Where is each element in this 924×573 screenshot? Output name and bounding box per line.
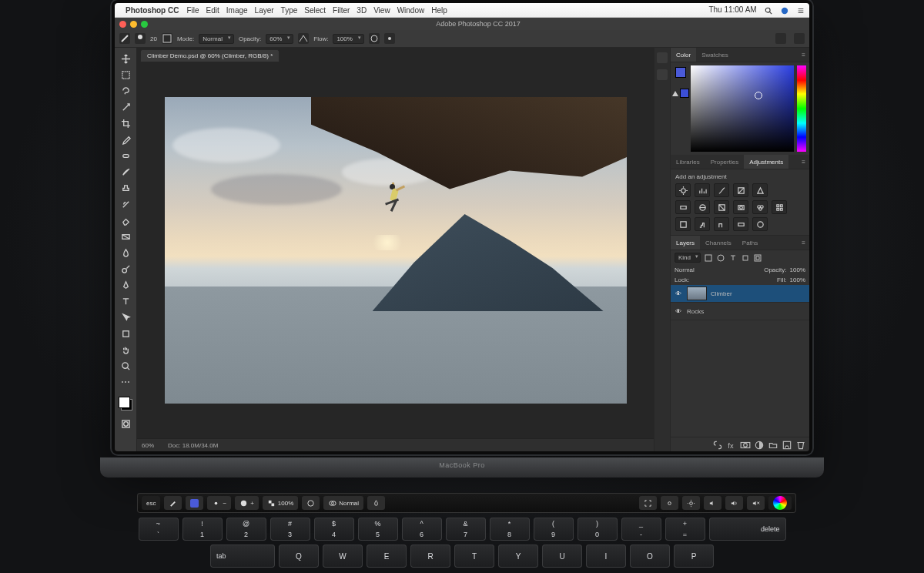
menu-edit[interactable]: Edit xyxy=(206,6,219,15)
crop-tool-icon[interactable] xyxy=(117,116,134,131)
key-minus[interactable]: _- xyxy=(621,518,661,541)
healing-tool-icon[interactable] xyxy=(117,148,134,163)
flow-field[interactable]: 100% xyxy=(333,34,363,44)
gradient-tool-icon[interactable] xyxy=(117,229,134,244)
key-tab[interactable]: tab xyxy=(210,545,275,568)
search-icon[interactable] xyxy=(775,33,786,44)
pressure-opacity-icon[interactable] xyxy=(298,33,309,44)
zoom-level[interactable]: 60% xyxy=(142,442,154,449)
key-8[interactable]: *8 xyxy=(490,518,530,541)
doc-info[interactable]: Doc: 18.0M/34.0M xyxy=(168,442,218,449)
tab-libraries[interactable]: Libraries xyxy=(671,155,705,169)
photo-filter-adjust-icon[interactable] xyxy=(733,200,748,214)
brush-tool-icon[interactable] xyxy=(117,164,134,179)
menu-type[interactable]: Type xyxy=(281,6,298,15)
zoom-tool-icon[interactable] xyxy=(117,358,134,374)
background-swatch-icon[interactable] xyxy=(680,89,689,98)
key-1[interactable]: !1 xyxy=(182,518,223,541)
opacity-field[interactable]: 60% xyxy=(266,34,293,44)
group-icon[interactable] xyxy=(768,440,778,449)
eyedropper-tool-icon[interactable] xyxy=(117,132,134,147)
tb-flow-icon[interactable] xyxy=(367,496,385,510)
color-balance-adjust-icon[interactable] xyxy=(695,200,710,214)
tb-opacity-button[interactable]: 100% xyxy=(263,496,298,510)
channel-mixer-adjust-icon[interactable] xyxy=(752,200,768,214)
tb-brightness-down-icon[interactable] xyxy=(661,496,678,510)
key-9[interactable]: (9 xyxy=(534,518,574,541)
tb-fullscreen-icon[interactable] xyxy=(639,496,657,510)
brightness-adjust-icon[interactable] xyxy=(675,183,691,197)
move-tool-icon[interactable] xyxy=(117,51,134,66)
key-4[interactable]: $4 xyxy=(314,518,354,541)
menubar-clock[interactable]: Thu 11:00 AM xyxy=(708,5,756,14)
hue-slider[interactable] xyxy=(797,65,806,152)
quick-mask-icon[interactable] xyxy=(117,416,134,431)
curves-adjust-icon[interactable] xyxy=(714,183,729,197)
color-field[interactable] xyxy=(691,65,794,152)
zoom-window-button[interactable] xyxy=(141,21,148,28)
panel-menu-icon[interactable]: ≡ xyxy=(798,159,809,166)
pressure-size-icon[interactable] xyxy=(384,33,395,44)
key-e[interactable]: E xyxy=(367,545,407,568)
menu-select[interactable]: Select xyxy=(304,6,326,15)
layer-row[interactable]: 👁 Rocks xyxy=(671,303,809,320)
tool-preset-icon[interactable] xyxy=(119,33,130,44)
hand-tool-icon[interactable] xyxy=(117,342,134,357)
tb-volume-up-icon[interactable] xyxy=(725,496,743,510)
threshold-adjust-icon[interactable] xyxy=(714,217,729,231)
actions-panel-icon[interactable] xyxy=(657,69,668,80)
filter-type-icon[interactable] xyxy=(728,253,738,263)
tb-mute-icon[interactable] xyxy=(747,496,765,510)
delete-layer-icon[interactable] xyxy=(795,440,806,449)
foreground-swatch-icon[interactable] xyxy=(675,67,686,78)
menu-view[interactable]: View xyxy=(373,6,390,15)
close-window-button[interactable] xyxy=(119,21,126,28)
menu-image[interactable]: Image xyxy=(226,6,248,15)
key-y[interactable]: Y xyxy=(498,545,538,568)
tab-layers[interactable]: Layers xyxy=(671,236,700,250)
key-t[interactable]: T xyxy=(454,545,494,568)
blur-tool-icon[interactable] xyxy=(117,245,134,260)
key-q[interactable]: Q xyxy=(279,545,319,568)
spotlight-icon[interactable] xyxy=(765,7,772,15)
layer-filter-select[interactable]: Kind xyxy=(675,253,701,263)
key-backtick[interactable]: ~` xyxy=(139,518,179,541)
history-panel-icon[interactable] xyxy=(657,52,668,63)
shape-tool-icon[interactable] xyxy=(117,326,134,341)
key-0[interactable]: )0 xyxy=(578,518,618,541)
key-2[interactable]: @2 xyxy=(226,518,266,541)
key-w[interactable]: W xyxy=(323,545,363,568)
new-layer-icon[interactable] xyxy=(782,440,792,449)
levels-adjust-icon[interactable] xyxy=(695,183,710,197)
key-r[interactable]: R xyxy=(410,545,450,568)
vibrance-adjust-icon[interactable] xyxy=(752,183,768,197)
key-o[interactable]: O xyxy=(630,545,670,568)
menu-file[interactable]: File xyxy=(186,6,199,15)
tb-esc-button[interactable]: esc xyxy=(142,496,160,510)
selective-color-adjust-icon[interactable] xyxy=(752,217,768,231)
notification-center-icon[interactable] xyxy=(797,7,805,15)
key-equals[interactable]: += xyxy=(665,518,705,541)
color-lookup-adjust-icon[interactable] xyxy=(772,200,787,214)
edit-toolbar-icon[interactable]: ⋯ xyxy=(117,374,134,390)
marquee-tool-icon[interactable] xyxy=(117,67,134,82)
panel-menu-icon[interactable]: ≡ xyxy=(798,52,809,59)
invert-adjust-icon[interactable] xyxy=(675,217,691,231)
key-u[interactable]: U xyxy=(542,545,582,568)
blend-mode-select[interactable]: Normal xyxy=(199,34,234,44)
menu-filter[interactable]: Filter xyxy=(333,6,350,15)
brush-panel-icon[interactable] xyxy=(162,33,172,44)
key-delete[interactable]: delete xyxy=(709,518,786,541)
color-swatches-icon[interactable] xyxy=(117,395,134,412)
filter-smart-icon[interactable] xyxy=(753,253,762,263)
workspace-switcher-icon[interactable] xyxy=(794,33,805,44)
exposure-adjust-icon[interactable] xyxy=(733,183,748,197)
tb-brightness-up-icon[interactable] xyxy=(682,496,700,510)
layer-thumbnail[interactable] xyxy=(687,286,707,300)
filter-shape-icon[interactable] xyxy=(741,253,750,263)
app-name[interactable]: Photoshop CC xyxy=(126,6,179,15)
path-select-tool-icon[interactable] xyxy=(117,310,134,325)
menu-layer[interactable]: Layer xyxy=(255,6,274,15)
filter-adjust-icon[interactable] xyxy=(716,253,725,263)
hue-adjust-icon[interactable] xyxy=(675,200,691,214)
